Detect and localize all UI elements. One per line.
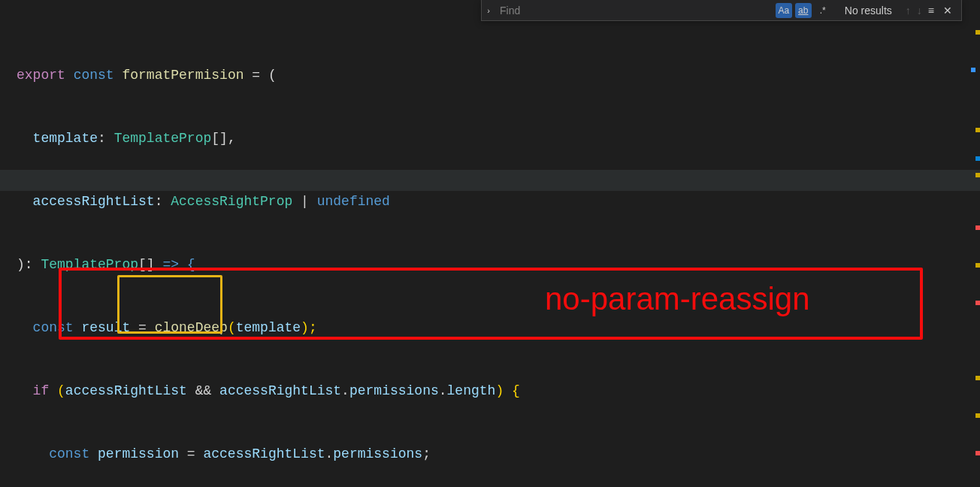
ruler-error-mark bbox=[975, 301, 980, 305]
find-options: Aa ab .* bbox=[776, 3, 837, 18]
find-next-button[interactable]: ↓ bbox=[917, 5, 922, 17]
ruler-warning-mark bbox=[975, 173, 980, 177]
code-line: if (accessRightList && accessRightList.p… bbox=[17, 380, 980, 401]
find-prev-button[interactable]: ↑ bbox=[906, 5, 911, 17]
find-toggle-replace[interactable]: › bbox=[482, 0, 495, 20]
find-close-button[interactable]: ✕ bbox=[940, 5, 955, 17]
find-widget: › Aa ab .* No results ↑ ↓ ≡ ✕ bbox=[481, 0, 962, 21]
ruler-cursor-mark bbox=[975, 156, 980, 161]
match-whole-word-toggle[interactable]: ab bbox=[795, 3, 812, 18]
code-line: const result = cloneDeep(template); bbox=[17, 317, 980, 338]
ruler-warning-mark bbox=[975, 128, 980, 132]
ruler-error-mark bbox=[975, 451, 980, 455]
regex-toggle[interactable]: .* bbox=[815, 3, 831, 18]
code-pane[interactable]: export const formatPermision = ( templat… bbox=[0, 0, 980, 487]
ruler-warning-mark bbox=[975, 30, 980, 35]
ruler-warning-mark bbox=[975, 263, 980, 268]
find-results-label: No results bbox=[837, 5, 900, 17]
code-line: ): TemplateProp[] => { bbox=[17, 254, 980, 275]
find-in-selection-button[interactable]: ≡ bbox=[928, 5, 934, 17]
find-input[interactable] bbox=[495, 0, 776, 20]
code-line: template: TemplateProp[], bbox=[17, 128, 980, 149]
chevron-right-icon: › bbox=[487, 6, 490, 15]
code-line: const permission = accessRightList.permi… bbox=[17, 443, 980, 464]
overview-ruler[interactable] bbox=[971, 0, 980, 487]
ruler-warning-mark bbox=[975, 376, 980, 380]
ruler-info-mark bbox=[971, 68, 975, 72]
ruler-warning-mark bbox=[975, 413, 980, 418]
editor-area: export const formatPermision = ( templat… bbox=[0, 0, 980, 487]
code-line: export const formatPermision = ( bbox=[17, 65, 980, 86]
find-nav: ↑ ↓ ≡ ✕ bbox=[900, 5, 961, 17]
ruler-error-mark bbox=[975, 225, 980, 230]
code-line: accessRightList: AccessRightProp | undef… bbox=[17, 191, 980, 212]
match-case-toggle[interactable]: Aa bbox=[776, 3, 792, 18]
